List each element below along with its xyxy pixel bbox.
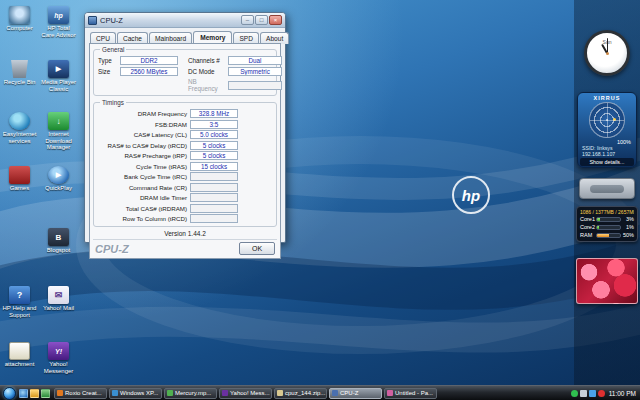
taskbar-button-label: Roxio Creat...	[65, 390, 102, 396]
maximize-button[interactable]: □	[255, 15, 268, 25]
nb-frequency-label: NB Frequency	[188, 78, 228, 92]
desktop-icon-games[interactable]: Games	[1, 166, 38, 192]
taskbar-button-cpuz-zip[interactable]: cpuz_144.zip...	[274, 388, 327, 399]
xirrus-brand: XIRRUS	[580, 95, 634, 101]
games-icon	[9, 166, 30, 184]
cpu-meter-gadget[interactable]: 1086 / 1377MB / 2657MB Core1 3% Core2 1%…	[576, 206, 638, 242]
general-group-title: General	[100, 46, 126, 53]
timing-label: Cycle Time (tRAS)	[98, 163, 190, 170]
timing-value: 328.8 MHz	[190, 109, 238, 118]
timing-value: 5 clocks	[190, 141, 238, 150]
wifi-radar-icon	[589, 102, 625, 138]
taskbar-button-label: CPU-Z	[340, 390, 358, 396]
roxio-icon	[57, 390, 63, 396]
tray-volume-icon[interactable]	[580, 390, 587, 397]
timing-label: CAS# Latency (CL)	[98, 131, 190, 138]
taskbar-button-yahoo-messenger[interactable]: Yahoo! Mess...	[219, 388, 272, 399]
tab-memory[interactable]: Memory	[193, 31, 232, 43]
taskbar: Roxio Creat... Windows XP... Mercury.mp.…	[0, 385, 640, 400]
timing-value: 15 clocks	[190, 162, 238, 171]
desktop-icon-label: Yahoo! Messenger	[40, 361, 77, 374]
timing-label: Total CAS# (tRDRAM)	[98, 205, 190, 212]
taskbar-button-cpuz[interactable]: CPU-Z	[329, 388, 382, 399]
desktop-icon-idm[interactable]: ↓ Internet Download Manager	[40, 112, 77, 151]
size-label: Size	[98, 68, 120, 75]
start-button[interactable]	[3, 387, 16, 400]
cpuz-logo: CPU-Z	[95, 243, 239, 255]
mail-icon: ✉	[48, 286, 69, 304]
taskbar-button-paint[interactable]: Untitled - Pa...	[384, 388, 437, 399]
recycle-bin-icon	[9, 60, 30, 78]
desktop-icon-computer[interactable]: Computer	[1, 6, 38, 32]
desktop-icon-label: Media Player Classic	[40, 79, 77, 92]
desktop-icon-hp-total-care[interactable]: hp HP Total Care Advisor	[40, 6, 77, 38]
desktop-icon-hp-help[interactable]: ? HP Help and Support	[1, 286, 38, 318]
yahoo-icon	[222, 390, 228, 396]
quicklaunch-media-icon[interactable]	[41, 389, 50, 398]
desktop-icon-label: HP Help and Support	[1, 305, 38, 318]
wifi-monitor-gadget[interactable]: XIRRUS 100% SSID: linksys 192.168.1.107 …	[577, 92, 637, 168]
gadget-panel-pill	[590, 185, 624, 193]
clock-gadget[interactable]: Sun	[584, 30, 630, 76]
blogspot-icon: B	[48, 228, 69, 246]
taskbar-clock[interactable]: 11:00 PM	[609, 390, 636, 397]
desktop-icon-label: QuickPlay	[40, 185, 77, 192]
timing-value	[190, 204, 238, 213]
ram-label: RAM	[580, 232, 596, 238]
memory-tab-panel: General Type DDR2 Channels # Dual Size 2…	[89, 43, 281, 259]
desktop-icon-quickplay[interactable]: ▶ QuickPlay	[40, 166, 77, 192]
close-button[interactable]: ×	[269, 15, 282, 25]
tray-antivirus-icon[interactable]	[598, 390, 605, 397]
timing-value: 5.0 clocks	[190, 130, 238, 139]
window-title: CPU-Z	[100, 16, 240, 25]
timings-group: Timings DRAM Frequency328.8 MHz FSB:DRAM…	[93, 102, 277, 227]
cpuz-app-icon	[88, 16, 97, 25]
help-icon: ?	[9, 286, 30, 304]
desktop-icon-blogspot[interactable]: B Blogspot	[40, 228, 77, 254]
desktop-icon-label: attachment	[1, 361, 38, 368]
taskbar-button-windows-xp[interactable]: Windows XP...	[109, 388, 162, 399]
media-file-icon	[167, 390, 173, 396]
tray-network-icon[interactable]	[589, 390, 596, 397]
timings-group-title: Timings	[100, 99, 126, 106]
desktop-icon-label: Computer	[1, 25, 38, 32]
ok-button[interactable]: OK	[239, 242, 275, 255]
desktop-icon-label: Internet Download Manager	[40, 131, 77, 151]
core1-bar	[596, 217, 621, 222]
timing-value	[190, 214, 238, 223]
core1-label: Core1	[580, 216, 596, 222]
wifi-show-details-link[interactable]: Show details...	[580, 158, 634, 166]
taskbar-button-mercury[interactable]: Mercury.mp...	[164, 388, 217, 399]
desktop-icon-media-player-classic[interactable]: ▶ Media Player Classic	[40, 60, 77, 92]
desktop-icon-yahoo-mail[interactable]: ✉ Yahoo! Mail	[40, 286, 77, 312]
quicklaunch-folder-icon[interactable]	[30, 389, 39, 398]
taskbar-button-label: Yahoo! Mess...	[230, 390, 270, 396]
minimize-button[interactable]: –	[241, 15, 254, 25]
messenger-icon: Y!	[48, 342, 69, 360]
cpu-meter-header: 1086 / 1377MB / 2657MB	[580, 209, 634, 215]
quicklaunch-browser-icon[interactable]	[19, 389, 28, 398]
tray-idm-icon[interactable]	[571, 390, 578, 397]
desktop-icon-label: HP Total Care Advisor	[40, 25, 77, 38]
gadget-panel[interactable]	[579, 178, 635, 199]
system-tray: 11:00 PM	[571, 390, 640, 397]
desktop-icon-yahoo-messenger[interactable]: Y! Yahoo! Messenger	[40, 342, 77, 374]
taskbar-button-roxio[interactable]: Roxio Creat...	[54, 388, 107, 399]
desktop-icon-recycle-bin[interactable]: Recycle Bin	[1, 60, 38, 86]
channels-value: Dual	[228, 56, 282, 65]
hp-wallpaper-logo: hp	[452, 176, 490, 214]
desktop: hp Computer Recycle Bin EasyInternet ser…	[0, 0, 640, 400]
computer-icon	[9, 6, 30, 24]
ram-bar	[596, 233, 621, 238]
desktop-icon-attachment[interactable]: attachment	[1, 342, 38, 368]
timing-label: DRAM Idle Timer	[98, 194, 190, 201]
timing-label: FSB:DRAM	[98, 121, 190, 128]
desktop-icon-easyinternet[interactable]: EasyInternet services	[1, 112, 38, 144]
cpuz-titlebar[interactable]: CPU-Z – □ ×	[85, 13, 285, 28]
clock-center-pin	[606, 52, 609, 55]
desktop-icon-label: Blogspot	[40, 247, 77, 254]
wifi-ip: 192.168.1.107	[580, 151, 634, 157]
slideshow-gadget[interactable]	[576, 258, 638, 304]
timing-label: RAS# Precharge (tRP)	[98, 152, 190, 159]
quickplay-icon: ▶	[48, 166, 69, 184]
